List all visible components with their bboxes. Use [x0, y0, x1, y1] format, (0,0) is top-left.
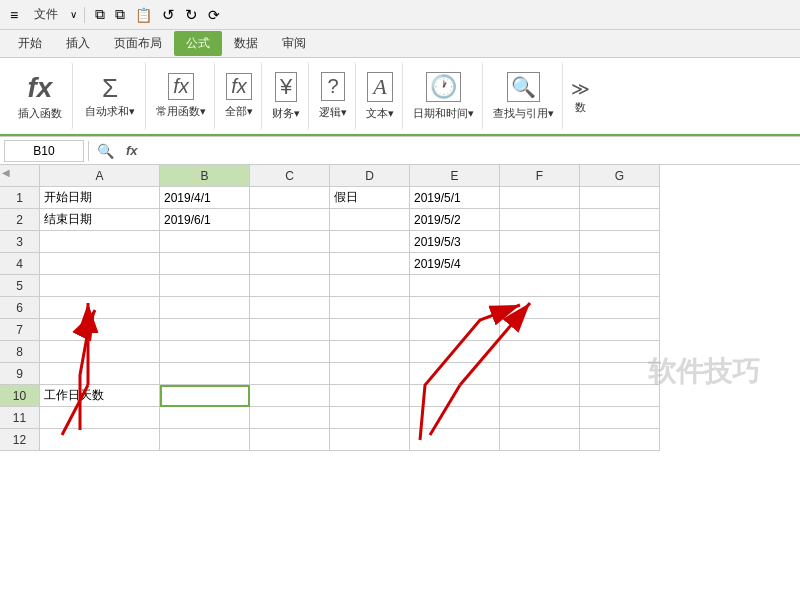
- cell-g7[interactable]: [580, 319, 660, 341]
- cell-b4[interactable]: [160, 253, 250, 275]
- paste-icon[interactable]: 📋: [132, 6, 155, 24]
- col-header-b[interactable]: B: [160, 165, 250, 187]
- cell-g8[interactable]: [580, 341, 660, 363]
- cell-b1[interactable]: 2019/4/1: [160, 187, 250, 209]
- cell-c10[interactable]: [250, 385, 330, 407]
- menu-icon[interactable]: ≡: [6, 5, 22, 25]
- tab-layout[interactable]: 页面布局: [102, 31, 174, 56]
- cell-g3[interactable]: [580, 231, 660, 253]
- finance-button[interactable]: ¥ 财务▾: [264, 62, 309, 130]
- row-header-11[interactable]: 11: [0, 407, 40, 429]
- cell-a1[interactable]: 开始日期: [40, 187, 160, 209]
- row-header-12[interactable]: 12: [0, 429, 40, 451]
- cell-a12[interactable]: [40, 429, 160, 451]
- cell-c4[interactable]: [250, 253, 330, 275]
- common-fn-button[interactable]: fx 常用函数▾: [148, 62, 215, 130]
- cell-a3[interactable]: [40, 231, 160, 253]
- datetime-button[interactable]: 🕐 日期和时间▾: [405, 62, 483, 130]
- cell-f10[interactable]: [500, 385, 580, 407]
- cell-d2[interactable]: [330, 209, 410, 231]
- cell-d6[interactable]: [330, 297, 410, 319]
- row-header-4[interactable]: 4: [0, 253, 40, 275]
- cell-f9[interactable]: [500, 363, 580, 385]
- cell-b3[interactable]: [160, 231, 250, 253]
- redo-icon[interactable]: ↻: [182, 5, 201, 25]
- formula-zoom-icon[interactable]: 🔍: [93, 141, 118, 161]
- cell-d5[interactable]: [330, 275, 410, 297]
- cell-e9[interactable]: [410, 363, 500, 385]
- cell-a2[interactable]: 结束日期: [40, 209, 160, 231]
- cell-g5[interactable]: [580, 275, 660, 297]
- cell-c1[interactable]: [250, 187, 330, 209]
- cell-e8[interactable]: [410, 341, 500, 363]
- cell-b8[interactable]: [160, 341, 250, 363]
- cell-c7[interactable]: [250, 319, 330, 341]
- cell-f3[interactable]: [500, 231, 580, 253]
- row-header-2[interactable]: 2: [0, 209, 40, 231]
- cell-f12[interactable]: [500, 429, 580, 451]
- cell-g9[interactable]: [580, 363, 660, 385]
- cell-g2[interactable]: [580, 209, 660, 231]
- cell-g6[interactable]: [580, 297, 660, 319]
- refresh-icon[interactable]: ⟳: [205, 6, 223, 24]
- row-header-3[interactable]: 3: [0, 231, 40, 253]
- cell-a8[interactable]: [40, 341, 160, 363]
- cell-a9[interactable]: [40, 363, 160, 385]
- cell-reference-input[interactable]: [4, 140, 84, 162]
- tab-data[interactable]: 数据: [222, 31, 270, 56]
- tab-insert[interactable]: 插入: [54, 31, 102, 56]
- row-header-8[interactable]: 8: [0, 341, 40, 363]
- cell-g12[interactable]: [580, 429, 660, 451]
- cell-c11[interactable]: [250, 407, 330, 429]
- file-tab[interactable]: 文件: [26, 4, 66, 25]
- col-header-c[interactable]: C: [250, 165, 330, 187]
- text-fn-button[interactable]: A 文本▾: [358, 62, 403, 130]
- lookup-button[interactable]: 🔍 查找与引用▾: [485, 62, 563, 130]
- cell-e2[interactable]: 2019/5/2: [410, 209, 500, 231]
- tab-review[interactable]: 审阅: [270, 31, 318, 56]
- row-header-6[interactable]: 6: [0, 297, 40, 319]
- cell-e5[interactable]: [410, 275, 500, 297]
- all-fn-button[interactable]: fx 全部▾: [217, 62, 262, 130]
- cell-f6[interactable]: [500, 297, 580, 319]
- cell-d12[interactable]: [330, 429, 410, 451]
- cell-d11[interactable]: [330, 407, 410, 429]
- cell-f7[interactable]: [500, 319, 580, 341]
- cell-b6[interactable]: [160, 297, 250, 319]
- cell-f11[interactable]: [500, 407, 580, 429]
- more-button[interactable]: ≫ 数: [565, 62, 596, 130]
- cell-f5[interactable]: [500, 275, 580, 297]
- cell-b5[interactable]: [160, 275, 250, 297]
- cell-f2[interactable]: [500, 209, 580, 231]
- cell-a7[interactable]: [40, 319, 160, 341]
- cell-e6[interactable]: [410, 297, 500, 319]
- cell-b11[interactable]: [160, 407, 250, 429]
- cell-e4[interactable]: 2019/5/4: [410, 253, 500, 275]
- cell-g11[interactable]: [580, 407, 660, 429]
- row-header-1[interactable]: 1: [0, 187, 40, 209]
- cell-g1[interactable]: [580, 187, 660, 209]
- cell-a10[interactable]: 工作日天数: [40, 385, 160, 407]
- cell-b7[interactable]: [160, 319, 250, 341]
- insert-function-button[interactable]: fx 插入函数: [8, 62, 73, 130]
- cell-f8[interactable]: [500, 341, 580, 363]
- cell-e7[interactable]: [410, 319, 500, 341]
- cell-c3[interactable]: [250, 231, 330, 253]
- row-header-7[interactable]: 7: [0, 319, 40, 341]
- cell-e12[interactable]: [410, 429, 500, 451]
- cell-c9[interactable]: [250, 363, 330, 385]
- formula-fx-label[interactable]: fx: [122, 141, 142, 160]
- cell-a11[interactable]: [40, 407, 160, 429]
- cell-c12[interactable]: [250, 429, 330, 451]
- tab-formula[interactable]: 公式: [174, 31, 222, 56]
- cell-a5[interactable]: [40, 275, 160, 297]
- cell-e3[interactable]: 2019/5/3: [410, 231, 500, 253]
- cell-d4[interactable]: [330, 253, 410, 275]
- row-header-5[interactable]: 5: [0, 275, 40, 297]
- cell-c6[interactable]: [250, 297, 330, 319]
- cell-e11[interactable]: [410, 407, 500, 429]
- cell-a6[interactable]: [40, 297, 160, 319]
- cell-c8[interactable]: [250, 341, 330, 363]
- cell-d10[interactable]: [330, 385, 410, 407]
- formula-input[interactable]: [146, 140, 796, 162]
